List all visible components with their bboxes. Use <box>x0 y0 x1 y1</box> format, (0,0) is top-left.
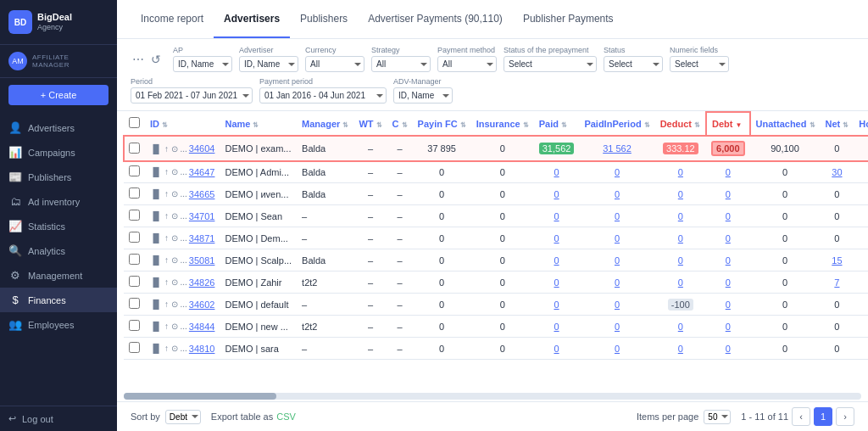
advertiser-id-link[interactable]: 34604 <box>189 143 215 154</box>
deduct-link[interactable]: 0 <box>678 322 683 332</box>
advertiser-id-link[interactable]: 34871 <box>189 233 215 243</box>
deduct-header[interactable]: Deduct ⇅ <box>655 112 706 136</box>
sidebar-item-management[interactable]: ⚙ Management <box>0 263 117 288</box>
debt-header[interactable]: Debt ▼ <box>706 112 750 136</box>
debt-link[interactable]: 0 <box>726 211 731 221</box>
paid-in-period-link[interactable]: 0 <box>615 344 620 354</box>
more-options-button[interactable]: ⋯ <box>131 51 146 68</box>
tab-advertisers[interactable]: Advertisers <box>214 1 290 38</box>
sidebar-item-publishers[interactable]: 📰 Publishers <box>0 165 117 189</box>
net-link[interactable]: 30 <box>832 167 842 177</box>
select-all-checkbox[interactable] <box>129 117 140 128</box>
status-select[interactable]: Select <box>604 56 663 72</box>
prev-page-button[interactable]: ‹ <box>792 407 810 426</box>
debt-link[interactable]: 0 <box>726 299 731 310</box>
sidebar-item-advertisers[interactable]: 👤 Advertisers <box>0 115 117 140</box>
next-page-button[interactable]: › <box>836 407 854 426</box>
scrollbar-thumb[interactable] <box>124 393 276 400</box>
advertiser-id-link[interactable]: 34602 <box>189 299 215 310</box>
paid-link[interactable]: 0 <box>554 211 559 221</box>
tab-publisher-payments[interactable]: Publisher Payments <box>513 1 624 38</box>
paid-in-period-link[interactable]: 31 562 <box>603 143 632 154</box>
debt-link[interactable]: 0 <box>726 344 731 354</box>
debt-link[interactable]: 0 <box>726 167 731 177</box>
insurance-header[interactable]: Insurance ⇅ <box>471 112 534 136</box>
ap-select[interactable]: ID, Name <box>173 56 232 72</box>
tab-advertiser-payments[interactable]: Advertiser Payments (90,110) <box>358 1 513 38</box>
numeric-select[interactable]: Select <box>670 56 729 72</box>
horizontal-scrollbar[interactable] <box>124 393 861 400</box>
row-checkbox[interactable] <box>129 165 140 176</box>
row-checkbox[interactable] <box>129 232 140 243</box>
advertiser-id-link[interactable]: 34826 <box>189 277 215 288</box>
deduct-link[interactable]: 0 <box>678 344 683 354</box>
paid-link[interactable]: 0 <box>554 233 559 243</box>
paid-in-period-link[interactable]: 0 <box>615 211 620 221</box>
deduct-link[interactable]: 0 <box>678 233 683 243</box>
row-checkbox[interactable] <box>129 143 140 154</box>
net-link[interactable]: 7 <box>834 277 839 288</box>
payment-period-select[interactable]: 01 Jan 2016 - 04 Jun 2021 <box>259 87 387 104</box>
net-link[interactable]: 15 <box>832 255 842 266</box>
sidebar-item-employees[interactable]: 👥 Employees <box>0 312 117 337</box>
row-checkbox[interactable] <box>129 188 140 199</box>
sidebar-item-campaigns[interactable]: 📊 Campaigns <box>0 140 117 165</box>
paid-header[interactable]: Paid ⇅ <box>534 112 580 136</box>
unattached-header[interactable]: Unattached ⇅ <box>750 112 821 136</box>
net-header[interactable]: Net ⇅ <box>821 112 854 136</box>
deduct-link[interactable]: 0 <box>678 189 683 199</box>
sidebar-item-finances[interactable]: $ Finances <box>0 288 117 312</box>
paid-link[interactable]: 0 <box>554 344 559 354</box>
create-button[interactable]: + Create <box>8 85 108 105</box>
deduct-link[interactable]: 0 <box>678 255 683 266</box>
paid-link[interactable]: 0 <box>554 189 559 199</box>
debt-link[interactable]: 0 <box>726 322 731 332</box>
name-header[interactable]: Name ⇅ <box>220 112 297 136</box>
deduct-link[interactable]: 0 <box>678 167 683 177</box>
payment-method-select[interactable]: All <box>437 56 497 72</box>
row-checkbox[interactable] <box>129 254 140 265</box>
manager-header[interactable]: Manager ⇅ <box>297 112 353 136</box>
advertiser-id-link[interactable]: 34810 <box>189 344 215 354</box>
advertiser-id-link[interactable]: 35081 <box>189 255 215 266</box>
row-checkbox[interactable] <box>129 298 140 309</box>
logout-item[interactable]: ↩ Log out <box>0 406 117 431</box>
debt-link[interactable]: 0 <box>726 233 731 243</box>
hold-header[interactable]: Hold ⇅ <box>854 112 868 136</box>
payin-fc-header[interactable]: Payin FC ⇅ <box>413 112 471 136</box>
sidebar-item-statistics[interactable]: 📈 Statistics <box>0 214 117 238</box>
advertiser-select[interactable]: ID, Name <box>239 56 298 72</box>
paid-in-period-link[interactable]: 0 <box>615 255 620 266</box>
debt-link[interactable]: 0 <box>726 277 731 288</box>
row-checkbox[interactable] <box>129 210 140 221</box>
strategy-select[interactable]: All <box>371 56 431 72</box>
advertiser-id-link[interactable]: 34701 <box>189 211 215 221</box>
paid-in-period-link[interactable]: 0 <box>615 322 620 332</box>
paid-link[interactable]: 0 <box>554 255 559 266</box>
currency-select[interactable]: All <box>305 56 364 72</box>
advertiser-id-link[interactable]: 34844 <box>189 322 215 332</box>
tab-publishers[interactable]: Publishers <box>290 1 358 38</box>
csv-export-link[interactable]: CSV <box>276 411 296 422</box>
period-select[interactable]: 01 Feb 2021 - 07 Jun 2021 <box>131 87 253 104</box>
sidebar-item-analytics[interactable]: 🔍 Analytics <box>0 238 117 263</box>
advertiser-id-link[interactable]: 34665 <box>189 189 215 199</box>
adv-manager-select[interactable]: ID, Name <box>393 87 453 104</box>
wt-header[interactable]: WT ⇅ <box>353 112 387 136</box>
paid-in-period-link[interactable]: 0 <box>615 233 620 243</box>
paid-link[interactable]: 0 <box>554 299 559 310</box>
refresh-button[interactable]: ↺ <box>149 51 163 68</box>
per-page-select[interactable]: 50 <box>704 410 731 424</box>
paid-in-period-link[interactable]: 0 <box>615 189 620 199</box>
id-header[interactable]: ID ⇅ <box>145 112 220 136</box>
row-checkbox[interactable] <box>129 320 140 331</box>
prepay-status-select[interactable]: Select <box>504 56 597 72</box>
paid-in-period-link[interactable]: 0 <box>615 277 620 288</box>
current-page-button[interactable]: 1 <box>814 407 832 426</box>
advertiser-id-link[interactable]: 34647 <box>189 167 215 177</box>
row-checkbox[interactable] <box>129 276 140 287</box>
paid-link[interactable]: 0 <box>554 322 559 332</box>
paid-in-period-link[interactable]: 0 <box>615 299 620 310</box>
row-checkbox[interactable] <box>129 342 140 353</box>
sort-select[interactable]: Debt <box>165 410 201 424</box>
